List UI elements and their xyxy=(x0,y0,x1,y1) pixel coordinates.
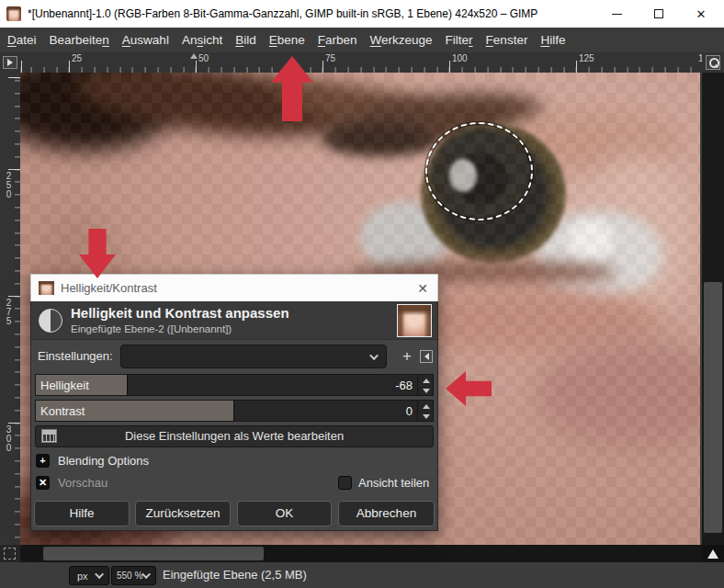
dialog-title: Helligkeit/Kontrast xyxy=(61,275,157,302)
menu-ansicht[interactable]: Ansicht xyxy=(175,28,229,52)
elliptical-selection-marching-ants[interactable] xyxy=(425,122,533,220)
unit-select[interactable]: px xyxy=(69,566,109,585)
menu-hilfe[interactable]: Hilfe xyxy=(534,28,571,52)
magnifier-icon xyxy=(706,55,720,70)
dialog-body: Helligkeit und Kontrast anpassen Eingefü… xyxy=(30,301,438,531)
window-title-bar[interactable]: *[Unbenannt]-1.0 (RGB-Farben 8-Bit-Gamma… xyxy=(0,0,724,28)
preview-label: Vorschau xyxy=(58,476,107,490)
maximize-button[interactable] xyxy=(638,0,680,28)
cancel-button[interactable]: Abbrechen xyxy=(338,501,435,526)
maximize-icon xyxy=(654,9,663,18)
v-ruler-label: 300 xyxy=(4,424,14,452)
spin-down-icon xyxy=(423,389,430,393)
h-ruler-label: 75 xyxy=(325,53,335,63)
blending-options-expander[interactable]: + Blending Options xyxy=(36,454,149,468)
menu-datei[interactable]: Datei xyxy=(1,28,43,52)
menu-auswahl[interactable]: Auswahl xyxy=(116,28,175,52)
close-icon: ✕ xyxy=(696,8,707,20)
dialog-title-bar[interactable]: Helligkeit/Kontrast ✕ xyxy=(30,274,438,301)
checkbox-unchecked-icon xyxy=(338,476,352,490)
zoom-value: 550 % xyxy=(117,571,142,581)
split-view-checkbox-row[interactable]: Ansicht teilen xyxy=(338,476,429,490)
vertical-ruler: 225 250 275 300 xyxy=(0,73,20,545)
window-title: *[Unbenannt]-1.0 (RGB-Farben 8-Bit-Gamma… xyxy=(28,0,537,28)
chevron-down-icon xyxy=(95,570,104,579)
dialog-header-subtitle: Eingefügte Ebene-2 ([Unbenannt]) xyxy=(71,323,232,334)
zoom-select[interactable]: 550 % xyxy=(111,566,156,585)
bottom-scroll-row xyxy=(0,545,724,562)
preset-extras-button[interactable] xyxy=(420,350,433,363)
menu-filter[interactable]: Filter xyxy=(439,28,480,52)
v-ruler-label: 275 xyxy=(4,298,14,325)
unit-value: px xyxy=(77,571,88,582)
canvas-navigation-button[interactable] xyxy=(702,545,724,562)
app-icon xyxy=(6,6,21,21)
preview-checkbox-row[interactable]: ✕ Vorschau xyxy=(36,476,107,490)
h-ruler-label: 50 xyxy=(198,53,209,63)
blending-options-label: Blending Options xyxy=(58,454,149,468)
menu-fenster[interactable]: Fenster xyxy=(480,28,535,52)
menu-bearbeiten[interactable]: Bearbeiten xyxy=(43,28,116,52)
menu-bild[interactable]: Bild xyxy=(229,28,263,52)
layer-preview-thumbnail xyxy=(397,304,432,337)
brightness-spinner[interactable] xyxy=(417,375,433,396)
zoom-corner-button[interactable] xyxy=(702,52,724,73)
horizontal-scrollbar[interactable] xyxy=(20,545,702,562)
horizontal-ruler: 25 50 75 100 125 1 xyxy=(20,52,702,73)
menu-bar: Datei Bearbeiten Auswahl Ansicht Bild Eb… xyxy=(0,28,724,52)
ruler-corner-button[interactable] xyxy=(0,52,20,73)
contrast-value: 0 xyxy=(406,401,413,422)
reset-button[interactable]: Zurücksetzen xyxy=(135,501,231,526)
vertical-scrollbar[interactable] xyxy=(702,73,724,545)
ok-button[interactable]: OK xyxy=(237,501,332,526)
dialog-close-button[interactable]: ✕ xyxy=(417,275,428,302)
menu-ebene[interactable]: Ebene xyxy=(263,28,311,52)
h-ruler-label: 125 xyxy=(579,53,594,63)
dialog-header-title: Helligkeit und Kontrast anpassen xyxy=(71,305,289,321)
dialog-header: Helligkeit und Kontrast anpassen Eingefü… xyxy=(31,301,437,340)
presets-dropdown[interactable] xyxy=(120,345,387,368)
checkbox-checked-icon: ✕ xyxy=(36,476,50,490)
minimize-icon xyxy=(612,14,622,15)
spin-down-icon xyxy=(423,414,430,419)
contrast-slider[interactable]: Kontrast 0 xyxy=(35,400,434,422)
menu-farben[interactable]: Farben xyxy=(311,28,364,52)
brightness-slider[interactable]: Helligkeit -68 xyxy=(35,374,434,396)
menu-werkzeuge[interactable]: Werkzeuge xyxy=(364,28,439,52)
chevron-down-icon xyxy=(141,570,151,579)
split-view-label: Ansicht teilen xyxy=(358,476,429,490)
status-message: Eingefügte Ebene (2,5 MB) xyxy=(163,562,307,588)
ruler-pointer-marker xyxy=(190,53,198,59)
status-bar: px 550 % Eingefügte Ebene (2,5 MB) xyxy=(0,562,724,588)
horizontal-scrollbar-thumb[interactable] xyxy=(43,547,264,560)
spin-up-icon xyxy=(423,404,430,409)
minimize-button[interactable] xyxy=(595,0,638,28)
brightness-contrast-icon xyxy=(39,309,62,333)
edit-as-levels-button[interactable]: Diese Einstellungen als Werte bearbeiten xyxy=(35,425,434,447)
h-ruler-label: 100 xyxy=(452,53,468,63)
v-ruler-label: 250 xyxy=(4,171,14,198)
dialog-button-row: Hilfe Zurücksetzen OK Abbrechen xyxy=(31,501,437,526)
vertical-scrollbar-thumb[interactable] xyxy=(704,282,722,533)
dialog-thumbnail-icon xyxy=(39,281,54,295)
navigation-arrow-icon xyxy=(707,549,718,559)
quick-mask-toggle-icon[interactable] xyxy=(4,548,16,560)
ruler-corner-icon xyxy=(3,56,17,69)
close-button[interactable]: ✕ xyxy=(680,0,722,28)
edit-as-levels-label: Diese Einstellungen als Werte bearbeiten xyxy=(125,429,344,443)
brightness-value: -68 xyxy=(395,375,413,396)
contrast-spinner[interactable] xyxy=(417,401,433,422)
triangle-left-icon xyxy=(424,353,429,360)
add-preset-button[interactable]: + xyxy=(399,345,415,368)
brightness-label: Helligkeit xyxy=(40,375,89,396)
spin-up-icon xyxy=(423,379,430,383)
help-button[interactable]: Hilfe xyxy=(34,501,130,526)
brightness-contrast-dialog: Helligkeit/Kontrast ✕ Helligkeit und Kon… xyxy=(30,274,438,531)
presets-label: Einstellungen: xyxy=(38,345,113,368)
contrast-label: Kontrast xyxy=(40,401,85,422)
histogram-icon xyxy=(41,429,57,443)
h-ruler-label: 25 xyxy=(72,53,82,63)
expander-plus-icon: + xyxy=(36,454,50,468)
chevron-down-icon xyxy=(369,351,379,360)
